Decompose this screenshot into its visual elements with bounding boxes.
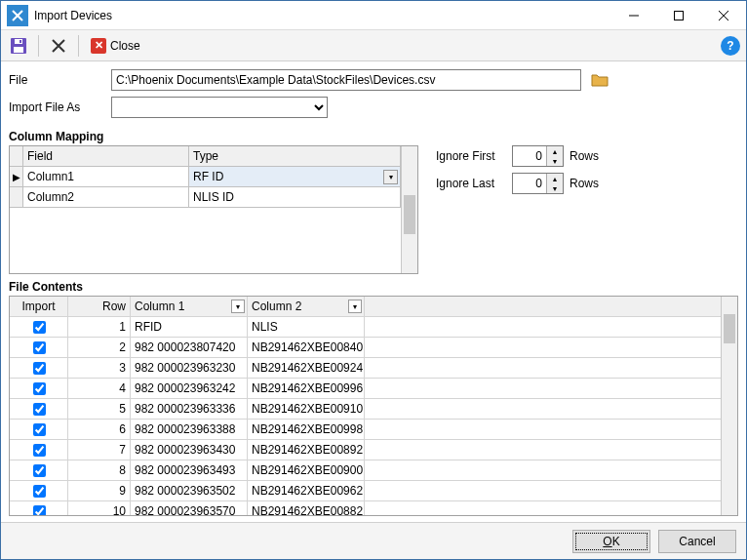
col2-cell: NB291462XBE00840	[248, 338, 365, 357]
ignore-first-input[interactable]	[513, 146, 546, 166]
table-row[interactable]: 10982 000023963570NB291462XBE00882	[10, 501, 721, 515]
column-mapping-grid[interactable]: Field Type ▶Column1RF ID▾Column2NLIS ID	[9, 145, 418, 274]
import-cell[interactable]	[10, 481, 68, 500]
col1-cell: 982 000023963242	[131, 379, 248, 398]
mapping-type[interactable]: RF ID▾	[189, 167, 401, 187]
import-checkbox[interactable]	[33, 382, 46, 395]
ignore-last-label: Ignore Last	[436, 177, 506, 190]
ignore-last-spinner[interactable]: ▲▼	[512, 173, 564, 194]
table-row[interactable]: 3982 000023963230NB291462XBE00924	[10, 358, 721, 379]
col1-cell: 982 000023963493	[131, 460, 248, 480]
mapping-header-field: Field	[23, 146, 189, 167]
row-cell: 3	[68, 358, 131, 378]
mapping-field[interactable]: Column1	[23, 167, 189, 187]
minimize-button[interactable]	[611, 1, 656, 30]
table-row[interactable]: 7982 000023963430NB291462XBE00892	[10, 440, 721, 460]
import-cell[interactable]	[10, 501, 68, 515]
table-row[interactable]: 9982 000023963502NB291462XBE00962	[10, 481, 721, 501]
file-contents-scrollbar[interactable]	[721, 297, 737, 515]
col1-cell: 982 000023963388	[131, 420, 248, 439]
svg-rect-1	[675, 11, 684, 20]
content-area: File Import File As Column Mapping Field…	[1, 61, 746, 522]
import-cell[interactable]	[10, 440, 68, 460]
import-as-select[interactable]	[111, 97, 328, 118]
svg-rect-5	[20, 40, 21, 43]
col2-cell: NB291462XBE00910	[248, 399, 365, 419]
column-mapping-title: Column Mapping	[9, 130, 738, 143]
row-marker	[10, 187, 23, 208]
cancel-button[interactable]: Cancel	[658, 530, 736, 553]
rows-label: Rows	[570, 177, 599, 190]
rows-label: Rows	[570, 149, 599, 163]
import-checkbox[interactable]	[33, 341, 46, 354]
import-cell[interactable]	[10, 460, 68, 480]
import-checkbox[interactable]	[33, 362, 46, 375]
import-cell[interactable]	[10, 358, 68, 378]
import-checkbox[interactable]	[33, 485, 46, 498]
browse-button[interactable]	[589, 70, 610, 90]
separator	[78, 35, 79, 57]
mapping-row[interactable]: Column2NLIS ID	[10, 187, 401, 208]
import-checkbox[interactable]	[33, 444, 46, 457]
table-row[interactable]: 2982 000023807420NB291462XBE00840	[10, 338, 721, 358]
header-row[interactable]: Row	[68, 297, 131, 316]
header-col1[interactable]: Column 1▾	[131, 297, 248, 316]
import-cell[interactable]	[10, 420, 68, 439]
mapping-scrollbar[interactable]	[401, 146, 417, 273]
spin-down-icon[interactable]: ▼	[547, 156, 563, 166]
spin-down-icon[interactable]: ▼	[547, 183, 563, 193]
table-row[interactable]: 5982 000023963336NB291462XBE00910	[10, 399, 721, 420]
mapping-type[interactable]: NLIS ID	[189, 187, 401, 208]
window-close-button[interactable]	[701, 1, 746, 30]
svg-rect-3	[14, 47, 23, 53]
mapping-header-type: Type	[189, 146, 401, 167]
spin-up-icon[interactable]: ▲	[547, 174, 563, 183]
save-button[interactable]	[7, 34, 30, 58]
col2-cell: NB291462XBE00882	[248, 501, 365, 515]
header-import[interactable]: Import	[10, 297, 68, 316]
import-checkbox[interactable]	[33, 464, 46, 477]
delete-button[interactable]	[47, 34, 70, 58]
col2-cell: NB291462XBE00998	[248, 420, 365, 439]
import-cell[interactable]	[10, 317, 68, 337]
col1-cell: 982 000023963430	[131, 440, 248, 460]
col2-cell: NB291462XBE00900	[248, 460, 365, 480]
close-button[interactable]: ✕ Close	[87, 34, 144, 58]
import-checkbox[interactable]	[33, 505, 46, 516]
title-bar: Import Devices	[1, 1, 746, 30]
col1-cell: 982 000023807420	[131, 338, 248, 357]
table-row[interactable]: 4982 000023963242NB291462XBE00996	[10, 379, 721, 399]
ok-button[interactable]: OK	[572, 530, 650, 553]
help-button[interactable]: ?	[721, 36, 740, 56]
dropdown-icon[interactable]: ▾	[383, 170, 398, 184]
col2-cell: NB291462XBE00996	[248, 379, 365, 398]
dropdown-icon[interactable]: ▾	[231, 300, 245, 313]
row-cell: 4	[68, 379, 131, 398]
spin-up-icon[interactable]: ▲	[547, 146, 563, 156]
file-contents-grid[interactable]: Import Row Column 1▾ Column 2▾ 1RFIDNLIS…	[10, 297, 721, 515]
import-checkbox[interactable]	[33, 423, 46, 436]
ignore-first-spinner[interactable]: ▲▼	[512, 145, 564, 167]
import-as-label: Import File As	[9, 100, 111, 114]
mapping-row[interactable]: ▶Column1RF ID▾	[10, 167, 401, 187]
file-input[interactable]	[111, 69, 581, 91]
import-cell[interactable]	[10, 379, 68, 398]
ignore-first-label: Ignore First	[436, 149, 506, 163]
table-row[interactable]: 8982 000023963493NB291462XBE00900	[10, 460, 721, 481]
close-icon: ✕	[91, 38, 106, 54]
import-checkbox[interactable]	[33, 403, 46, 416]
import-cell[interactable]	[10, 338, 68, 357]
import-checkbox[interactable]	[33, 321, 46, 334]
col2-cell: NLIS	[248, 317, 365, 337]
table-row[interactable]: 1RFIDNLIS	[10, 317, 721, 338]
import-cell[interactable]	[10, 399, 68, 419]
col1-cell: RFID	[131, 317, 248, 337]
dropdown-icon[interactable]: ▾	[348, 300, 362, 313]
mapping-field[interactable]: Column2	[23, 187, 189, 208]
maximize-button[interactable]	[656, 1, 701, 30]
header-col2[interactable]: Column 2▾	[248, 297, 365, 316]
table-row[interactable]: 6982 000023963388NB291462XBE00998	[10, 420, 721, 440]
col1-cell: 982 000023963502	[131, 481, 248, 500]
row-cell: 2	[68, 338, 131, 357]
ignore-last-input[interactable]	[513, 174, 546, 193]
